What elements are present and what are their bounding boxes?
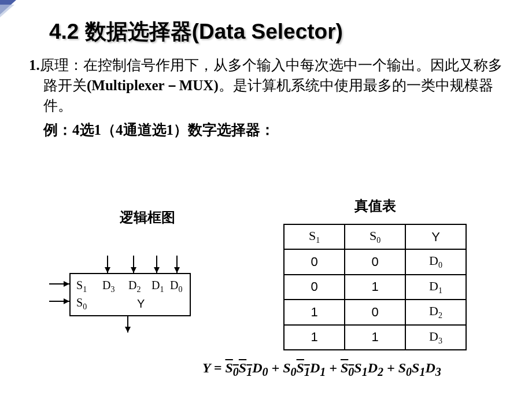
input-arrow-d3 xyxy=(107,256,108,273)
input-arrow-s0 xyxy=(49,301,69,302)
corner-decoration xyxy=(0,0,20,17)
input-arrow-d1 xyxy=(156,256,157,273)
table-row: 1 1 D3 xyxy=(284,325,466,350)
header-s0: S0 xyxy=(345,224,405,249)
input-arrow-s1 xyxy=(49,283,69,285)
truth-table: S1 S0 Y 0 0 D0 0 1 D1 1 0 D2 1 1 D3 xyxy=(283,224,467,350)
logic-diagram-section: 逻辑框图 S1 S0 D3 D2 D1 D0 Y xyxy=(46,208,231,337)
mux-block-diagram: S1 S0 D3 D2 D1 D0 Y xyxy=(52,256,197,337)
content-area: 4.2 数据选择器(Data Selector) 1.原理：在控制信号作用下，从… xyxy=(0,0,532,151)
truth-table-section: 真值表 S1 S0 Y 0 0 D0 0 1 D1 1 0 D2 1 1 D3 xyxy=(283,197,467,350)
mux-label-y: Y xyxy=(137,297,145,311)
mux-label-d2: D2 xyxy=(128,279,141,294)
example-text: 例：4选1（4通道选1）数字选择器： xyxy=(43,120,512,139)
output-equation: Y = S0S1D0 + S0S1D1 + S0S1D2 + S0S1D3 xyxy=(202,360,441,379)
mux-label-d1: D1 xyxy=(152,279,164,294)
header-y: Y xyxy=(405,224,466,249)
page-title: 4.2 数据选择器(Data Selector) xyxy=(49,17,512,46)
truth-table-title: 真值表 xyxy=(283,197,467,215)
mux-label-d3: D3 xyxy=(102,279,114,294)
table-row: 0 1 D1 xyxy=(284,275,466,300)
table-row: 0 0 D0 xyxy=(284,249,466,274)
table-row: 1 0 D2 xyxy=(284,300,466,324)
principle-text: 1.原理：在控制信号作用下，从多个输入中每次选中一个输出。因此又称多路开关(Mu… xyxy=(43,55,512,116)
table-header-row: S1 S0 Y xyxy=(284,224,466,249)
mux-label-s0: S0 xyxy=(76,296,87,312)
mux-box: S1 S0 D3 D2 D1 D0 Y xyxy=(69,273,191,316)
header-s1: S1 xyxy=(284,224,345,249)
principle-mux: (Multiplexer－MUX) xyxy=(87,77,219,93)
mux-label-d0: D0 xyxy=(170,279,182,294)
diagram-title: 逻辑框图 xyxy=(64,208,231,227)
output-arrow-y xyxy=(127,316,128,332)
input-arrow-d2 xyxy=(133,256,134,273)
mux-label-s1: S1 xyxy=(76,279,87,294)
principle-number: 1. xyxy=(29,57,40,73)
input-arrow-d0 xyxy=(176,256,178,273)
